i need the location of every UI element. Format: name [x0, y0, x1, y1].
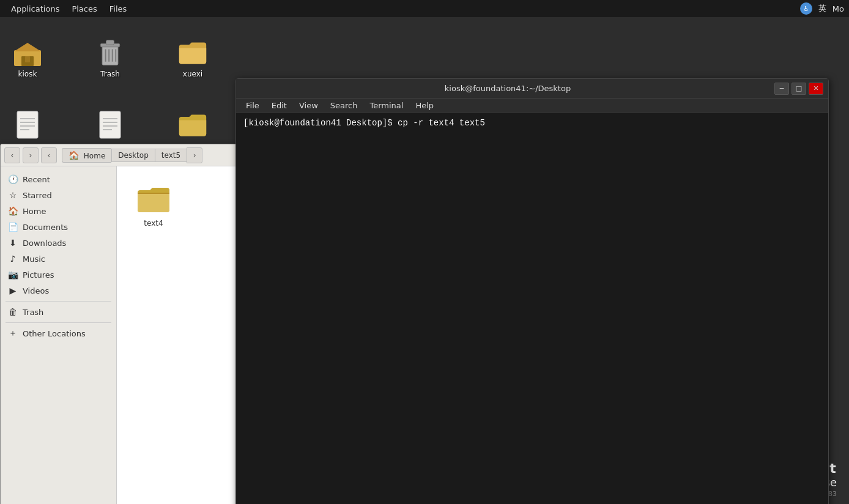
video-icon: ▶: [8, 286, 18, 295]
desktop: kiosk Trash xuexi: [0, 17, 849, 504]
folder-icon: [178, 38, 207, 67]
breadcrumb-text5[interactable]: text5: [155, 149, 187, 162]
desktop-icon-file3[interactable]: [168, 108, 217, 144]
sidebar-item-downloads[interactable]: ⬇ Downloads: [1, 235, 116, 251]
svg-rect-3: [25, 56, 30, 62]
terminal-window-controls: − □ ✕: [774, 83, 823, 95]
desktop-icon-file2[interactable]: [86, 108, 135, 144]
term-menu-search[interactable]: Search: [325, 100, 363, 111]
trash-icon: [95, 38, 125, 67]
file-item-text4-label: text4: [144, 219, 163, 228]
menu-places[interactable]: Places: [65, 3, 103, 15]
fm-sidebar: 🕐 Recent ☆ Starred 🏠 Home 📄 Documents ⬇: [1, 166, 117, 504]
sidebar-item-documents[interactable]: 📄 Documents: [1, 219, 116, 235]
sidebar-divider-2: [6, 322, 111, 323]
home-icon: 🏠: [8, 206, 18, 216]
menu-applications[interactable]: Applications: [5, 3, 65, 15]
desktop-icon-kiosk[interactable]: kiosk: [3, 35, 52, 81]
term-menu-help[interactable]: Help: [410, 100, 439, 111]
terminal-menubar: File Edit View Search Terminal Help: [236, 98, 828, 113]
desktop-icon-kiosk-label: kiosk: [18, 70, 37, 78]
sidebar-item-trash[interactable]: 🗑 Trash: [1, 304, 116, 320]
desktop-icon-trash-label: Trash: [100, 70, 120, 78]
document-icon: 📄: [8, 222, 18, 232]
sidebar-item-pictures[interactable]: 📷 Pictures: [1, 267, 116, 283]
sidebar-item-recent[interactable]: 🕐 Recent: [1, 171, 116, 187]
camera-icon: 📷: [8, 270, 18, 280]
menubar-right: ♿ 英 Mo: [800, 2, 844, 15]
trash-sidebar-icon: 🗑: [8, 307, 18, 317]
svg-rect-11: [17, 111, 38, 138]
fm-back-button[interactable]: ‹: [4, 147, 20, 163]
terminal-title: kiosk@foundation41:~/Desktop: [241, 84, 774, 93]
top-menubar: Applications Places Files ♿ 英 Mo: [0, 0, 849, 17]
folder-file-icon: [136, 182, 171, 217]
terminal-body[interactable]: [kiosk@foundation41 Desktop]$ cp -r text…: [236, 113, 828, 504]
plus-icon: ＋: [8, 328, 18, 338]
home-folder-icon: [13, 38, 42, 67]
svg-rect-16: [100, 111, 120, 138]
fm-breadcrumb-expand[interactable]: ›: [187, 147, 202, 163]
terminal-command: cp -r text4 text5: [393, 118, 485, 128]
terminal-titlebar: kiosk@foundation41:~/Desktop − □ ✕: [236, 79, 828, 98]
menu-files[interactable]: Files: [103, 3, 133, 15]
file-item-text4[interactable]: text4: [129, 179, 178, 231]
terminal-maximize-button[interactable]: □: [792, 83, 806, 95]
term-menu-file[interactable]: File: [241, 100, 264, 111]
breadcrumb-home[interactable]: 🏠 Home: [62, 148, 111, 163]
sidebar-item-home[interactable]: 🏠 Home: [1, 203, 116, 219]
term-menu-edit[interactable]: Edit: [267, 100, 292, 111]
breadcrumb-desktop[interactable]: Desktop: [111, 149, 155, 162]
terminal-minimize-button[interactable]: −: [774, 83, 789, 95]
folder-icon-3: [178, 110, 207, 139]
download-icon: ⬇: [8, 238, 18, 248]
music-icon: ♪: [8, 254, 18, 264]
desktop-icon-trash[interactable]: Trash: [86, 35, 135, 81]
sidebar-item-starred[interactable]: ☆ Starred: [1, 187, 116, 203]
term-menu-terminal[interactable]: Terminal: [365, 100, 408, 111]
sidebar-item-videos[interactable]: ▶ Videos: [1, 283, 116, 298]
term-menu-view[interactable]: View: [294, 100, 323, 111]
desktop-icon-file1[interactable]: [3, 108, 52, 144]
clock-icon: 🕐: [8, 174, 18, 184]
desktop-icon-xuexi-label: xuexi: [183, 70, 202, 78]
sidebar-item-other-locations[interactable]: ＋ Other Locations: [1, 325, 116, 341]
terminal-close-button[interactable]: ✕: [809, 83, 823, 95]
text-file-icon-1: [13, 110, 42, 139]
svg-rect-6: [106, 40, 114, 45]
desktop-icon-xuexi[interactable]: xuexi: [168, 35, 217, 81]
language-indicator[interactable]: 英: [818, 3, 826, 14]
fm-up-button[interactable]: ‹: [41, 147, 57, 163]
sidebar-divider: [6, 301, 111, 302]
svg-marker-1: [14, 43, 41, 51]
star-icon: ☆: [8, 190, 18, 200]
terminal-prompt: [kiosk@foundation41 Desktop]$: [243, 118, 393, 128]
terminal-window: kiosk@foundation41:~/Desktop − □ ✕ File …: [235, 78, 829, 504]
fm-forward-button[interactable]: ›: [23, 147, 39, 163]
text-file-icon-2: [95, 110, 125, 139]
fm-breadcrumb: 🏠 Home Desktop text5 ›: [62, 147, 202, 163]
more-indicator[interactable]: Mo: [832, 4, 844, 13]
sidebar-item-music[interactable]: ♪ Music: [1, 251, 116, 267]
accessibility-icon: ♿: [800, 2, 812, 15]
